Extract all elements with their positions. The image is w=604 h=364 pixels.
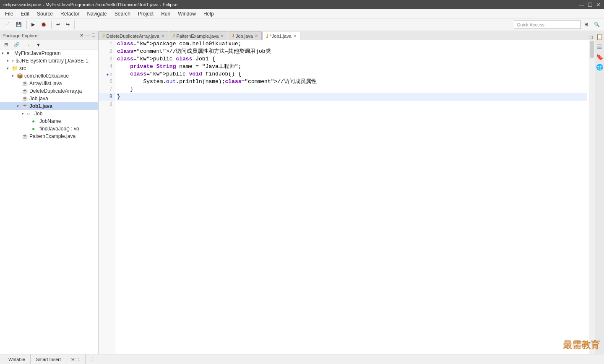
toolbar-run[interactable]: ▶ (29, 21, 37, 29)
scrollbar-thumb[interactable] (590, 41, 594, 58)
code-line-8: } (117, 93, 587, 101)
sidebar-close-icon[interactable]: ✕ (80, 33, 83, 38)
menu-item-project[interactable]: Project (135, 10, 157, 18)
editor-tab-1[interactable]: JPaiternExample.java✕ (169, 31, 227, 40)
tree-icon-1: ▾ 🗄 (12, 58, 18, 64)
tree-item-6[interactable]: ☕Job.java (0, 95, 98, 102)
toolbar-redo[interactable]: ↪ (63, 21, 72, 29)
status-bar: Writable Smart Insert 9 : 1 ⋮ (0, 354, 604, 364)
code-area[interactable]: class="kw">package com.hello01kuaixue;cl… (115, 40, 589, 354)
toolbar-undo[interactable]: ↩ (54, 21, 62, 29)
tree-label-7: Job1.java (29, 103, 52, 109)
line-num-5: ◆5 (99, 70, 115, 78)
package-explorer-panel: Package Explorer ✕ — ☐ ⊟ 🔗 → ▼ ▾▾ MyFirs… (0, 31, 99, 354)
tab-icon-3: J (266, 34, 268, 39)
menu-item-navigate[interactable]: Navigate (83, 10, 110, 18)
tree-arrow-0: ▾ (2, 51, 7, 55)
tree-arrow-8: ▾ (22, 112, 27, 116)
tree-item-11[interactable]: ☕PaiternExample.java (0, 133, 98, 140)
tab-close-2[interactable]: ✕ (255, 34, 258, 38)
editor-tabs: JDeleteDuplicateArray.java✕JPaiternExamp… (99, 31, 595, 40)
menu-item-source[interactable]: Source (34, 10, 56, 18)
title-text: eclipse-workspace - MyFirstJavaProgram/s… (3, 2, 177, 7)
tab-ctrl-min[interactable]: — (583, 35, 588, 40)
tab-close-3[interactable]: ✕ (293, 34, 297, 39)
toolbar-search[interactable]: 🔍 (591, 21, 602, 29)
toolbar-sep-3 (74, 21, 75, 29)
sidebar-collapse[interactable]: ⊟ (2, 41, 10, 49)
tree-label-11: PaiternExample.java (29, 133, 76, 139)
sidebar-max-icon[interactable]: ☐ (91, 33, 96, 38)
code-line-2: class="comment">//访问成员属性和方法—其他类调用job类 (117, 48, 587, 55)
sidebar-min-icon[interactable]: — (85, 33, 90, 38)
editor-tab-3[interactable]: J*Job1.java✕ (262, 32, 300, 40)
toolbar-new[interactable]: 📄 (2, 21, 13, 29)
tree-label-5: DeleteDuplicateArray.ja (29, 88, 82, 94)
sidebar-menu[interactable]: ▼ (34, 41, 43, 49)
tree-item-7[interactable]: ▾☕Job1.java (0, 102, 98, 110)
tree-item-8[interactable]: ▾○Job (0, 110, 98, 117)
right-icon-earth[interactable]: 🌐 (595, 63, 604, 71)
main-layout: Package Explorer ✕ — ☐ ⊟ 🔗 → ▼ ▾▾ MyFirs… (0, 31, 604, 354)
sidebar-link[interactable]: 🔗 (11, 41, 22, 49)
tree-item-10[interactable]: ●findJavaJob() : vo (0, 125, 98, 133)
right-icon-bookmark[interactable]: 🔖 (595, 53, 604, 61)
title-bar: eclipse-workspace - MyFirstJavaProgram/s… (0, 0, 604, 9)
sidebar-forward[interactable]: → (23, 41, 33, 49)
tree-label-10: findJavaJob() : vo (39, 126, 79, 132)
tree-label-8: Job (34, 111, 42, 117)
tab-label-2: Job.java (236, 34, 253, 39)
sidebar-toolbar: ⊟ 🔗 → ▼ (0, 40, 98, 49)
tab-close-0[interactable]: ✕ (161, 34, 164, 38)
menu-item-help[interactable]: Help (200, 10, 217, 18)
tree-icon-4: ☕ (22, 81, 29, 86)
close-button[interactable]: ✕ (596, 2, 601, 8)
quick-access-input[interactable]: Quick Access (514, 21, 581, 29)
tree-item-5[interactable]: ☕DeleteDuplicateArray.ja (0, 87, 98, 95)
tree-item-0[interactable]: ▾▾ MyFirstJavaProgram (0, 49, 98, 57)
editor-content: 1234◆56789 class="kw">package com.hello0… (99, 40, 595, 354)
tree-label-3: com.hello01kuaixue (24, 73, 69, 79)
maximize-button[interactable]: ☐ (588, 2, 593, 8)
tab-icon-2: J (232, 34, 234, 38)
menu-item-run[interactable]: Run (158, 10, 174, 18)
menu-item-search[interactable]: Search (111, 10, 134, 18)
menu-item-refactor[interactable]: Refactor (57, 10, 83, 18)
sidebar-header: Package Explorer ✕ — ☐ (0, 31, 98, 40)
right-icon-task[interactable]: 📋 (595, 33, 604, 41)
editor-tab-2[interactable]: JJob.java✕ (228, 31, 262, 40)
tab-close-1[interactable]: ✕ (220, 34, 224, 38)
right-icon-outline[interactable]: ☰ (596, 43, 603, 51)
tree-arrow-7: ▾ (17, 104, 22, 108)
tree-arrow-3: ▾ (12, 74, 17, 78)
tree-icon-5: ☕ (22, 88, 29, 94)
tree-item-4[interactable]: ☕ArrayUlist.java (0, 80, 98, 87)
tree-label-4: ArrayUlist.java (29, 81, 62, 86)
line-num-7: 7 (99, 86, 115, 93)
editor-tab-0[interactable]: JDeleteDuplicateArray.java✕ (99, 31, 168, 40)
tree-item-3[interactable]: ▾📦com.hello01kuaixue (0, 72, 98, 80)
toolbar-sep-1 (26, 21, 27, 29)
code-line-7: } (117, 86, 587, 93)
tree-icon-8: ○ (27, 111, 34, 117)
toolbar-save[interactable]: 💾 (13, 21, 24, 29)
sidebar-header-icons: — ☐ (85, 33, 96, 38)
editor-scrollbar[interactable] (589, 40, 595, 354)
tree-arrow-1: ▾ (7, 59, 12, 63)
menu-item-window[interactable]: Window (174, 10, 199, 18)
toolbar-debug[interactable]: 🐞 (38, 21, 49, 29)
code-line-4: private String name = "Java工程师"; (117, 63, 587, 70)
line-num-9: 9 (99, 101, 115, 108)
toolbar-perspective[interactable]: ⊞ (582, 21, 591, 29)
tree-item-1[interactable]: ▾▾ 🗄JRE System Library [JavaSE-1. (0, 57, 98, 65)
minimize-button[interactable]: — (579, 2, 584, 8)
tree-item-2[interactable]: ▾📁src (0, 65, 98, 72)
status-insert-mode: Smart Insert (31, 354, 66, 364)
menu-item-file[interactable]: File (2, 10, 16, 18)
tab-label-1: PaiternExample.java (176, 34, 219, 39)
editor-area: JDeleteDuplicateArray.java✕JPaiternExamp… (99, 31, 595, 354)
status-writable: Writable (3, 354, 31, 364)
tab-ctrl-max[interactable]: ☐ (589, 35, 593, 40)
tree-item-9[interactable]: ●JobName (0, 117, 98, 125)
menu-item-edit[interactable]: Edit (17, 10, 33, 18)
